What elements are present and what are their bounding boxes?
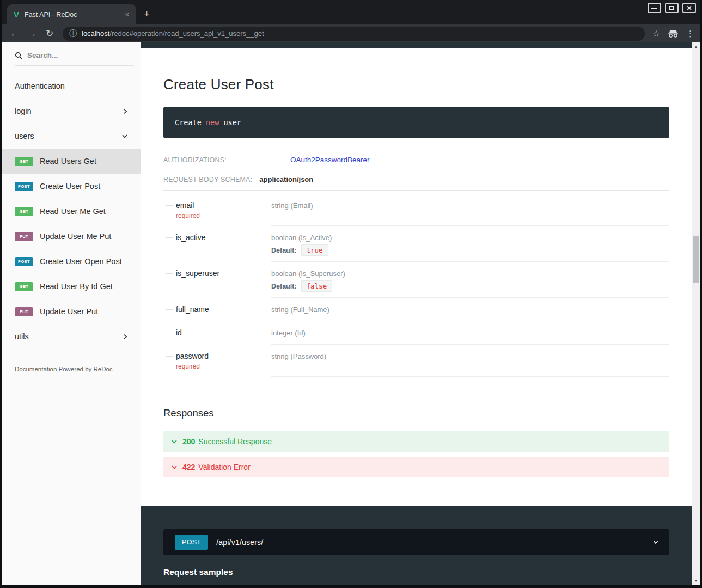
field-row-is-superuser: is_superuser boolean (Is_Superuser) Defa… <box>166 262 669 298</box>
method-badge-post: POST <box>15 257 33 266</box>
field-name: email required <box>166 194 271 226</box>
default-value-chip: false <box>301 280 333 292</box>
maximize-icon <box>669 6 674 10</box>
sidebar-item-label: Update User Put <box>40 307 98 316</box>
search-input[interactable] <box>27 51 109 59</box>
minimize-icon <box>651 8 657 9</box>
sidebar-item-label: Create User Open Post <box>40 257 122 266</box>
search-box[interactable] <box>15 51 134 66</box>
field-type: string (Email) <box>271 194 669 226</box>
search-icon <box>15 52 22 59</box>
titlebar: V Fast API - ReDoc × + ✕ <box>2 0 700 24</box>
sidebar-item-create-user-post[interactable]: POST Create User Post <box>2 174 141 199</box>
sidebar-item-read-users-get[interactable]: GET Read Users Get <box>2 149 141 174</box>
schema-fields: email required string (Email) is_active … <box>166 194 669 377</box>
sidebar-item-read-user-by-id-get[interactable]: GET Read User By Id Get <box>2 274 141 299</box>
field-type: integer (Id) <box>271 321 669 345</box>
chevron-right-icon <box>121 333 129 340</box>
http-method-badge: POST <box>175 535 208 550</box>
request-samples-heading: Request samples <box>163 567 669 577</box>
field-row-id: id integer (Id) <box>166 321 669 345</box>
response-422-row[interactable]: 422 Validation Error <box>163 457 669 477</box>
method-badge-get: GET <box>15 157 33 166</box>
chevron-down-icon <box>171 438 178 445</box>
chevron-down-icon <box>121 132 129 140</box>
sidebar-item-label: users <box>15 132 34 140</box>
field-name: is_active <box>166 226 271 262</box>
sidebar-item-label: Read User Me Get <box>40 207 106 216</box>
new-tab-button[interactable]: + <box>144 8 150 20</box>
page-scrollbar[interactable]: ▲ ▼ <box>692 42 700 585</box>
field-type: string (Password) <box>271 345 669 377</box>
minimize-button[interactable] <box>648 3 661 13</box>
sidebar-item-update-user-put[interactable]: PUT Update User Put <box>2 299 141 324</box>
bookmark-star-icon[interactable]: ☆ <box>652 28 660 39</box>
sidebar-item-update-user-me-put[interactable]: PUT Update User Me Put <box>2 224 141 249</box>
auth-scheme-link[interactable]: OAuth2PasswordBearer <box>290 156 370 164</box>
description-highlight: new <box>206 118 219 127</box>
maximize-button[interactable] <box>665 3 679 13</box>
sidebar-item-label: Read User By Id Get <box>40 282 113 291</box>
site-info-icon[interactable]: ⓘ <box>69 29 77 39</box>
field-default: Default:false <box>271 282 669 290</box>
reload-button[interactable]: ↻ <box>42 28 57 39</box>
authorizations-label: AUTHORIZATIONS: <box>163 156 290 164</box>
responses-heading: Responses <box>163 407 669 419</box>
field-default: Default:true <box>271 246 669 254</box>
authorizations-row: AUTHORIZATIONS: OAuth2PasswordBearer <box>163 156 669 164</box>
endpoint-bar[interactable]: POST /api/v1/users/ <box>163 529 669 555</box>
method-badge-get: GET <box>15 282 33 291</box>
operation-description-code: Create new user <box>163 107 669 138</box>
method-badge-post: POST <box>15 182 33 191</box>
sidebar-item-utils[interactable]: utils <box>2 324 141 349</box>
method-badge-put: PUT <box>15 307 33 316</box>
scroll-up-arrow-icon[interactable]: ▲ <box>692 42 700 51</box>
scroll-down-arrow-icon[interactable]: ▼ <box>692 577 700 585</box>
field-row-is-active: is_active boolean (Is_Active) Default:tr… <box>166 226 669 262</box>
sidebar-item-users[interactable]: users <box>2 124 141 149</box>
sidebar-item-create-user-open-post[interactable]: POST Create User Open Post <box>2 249 141 274</box>
tab-title: Fast API - ReDoc <box>25 11 123 19</box>
forward-button[interactable]: → <box>25 28 40 39</box>
page: Authentication login users GET Read User… <box>2 42 700 585</box>
browser-tab[interactable]: V Fast API - ReDoc × <box>7 4 136 24</box>
sidebar-item-read-user-me-get[interactable]: GET Read User Me Get <box>2 199 141 224</box>
response-label: Validation Error <box>198 463 250 471</box>
required-flag: required <box>176 363 271 370</box>
incognito-icon <box>668 29 679 38</box>
scrollbar-thumb[interactable] <box>693 236 699 283</box>
description-text: Create <box>175 118 206 127</box>
response-code: 422 <box>182 463 195 471</box>
favicon-icon: V <box>14 10 19 19</box>
sidebar-item-label: utils <box>15 332 29 341</box>
redoc-footer-link[interactable]: Documentation Powered by ReDoc <box>15 366 127 372</box>
field-row-full-name: full_name string (Full_Name) <box>166 298 669 321</box>
section-divider <box>163 190 669 191</box>
back-button[interactable]: ← <box>7 28 22 39</box>
chevron-right-icon <box>121 108 129 115</box>
sidebar-item-authentication[interactable]: Authentication <box>2 74 141 99</box>
request-body-row: REQUEST BODY SCHEMA: application/json <box>163 175 669 183</box>
close-button[interactable]: ✕ <box>682 3 696 13</box>
url-bar[interactable]: ⓘ localhost/redoc#operation/read_users_a… <box>63 27 645 41</box>
sidebar-item-label: login <box>15 107 32 115</box>
url-host: localhost <box>82 29 109 38</box>
request-samples-panel: POST /api/v1/users/ Request samples Payl… <box>141 506 692 585</box>
field-type: boolean (Is_Superuser) Default:false <box>271 262 669 298</box>
field-row-password: password required string (Password) <box>166 345 669 377</box>
main-content: Create User Post Create new user AUTHORI… <box>141 42 692 585</box>
page-title: Create User Post <box>163 76 669 93</box>
response-label: Successful Response <box>198 437 272 446</box>
sidebar-item-label: Authentication <box>15 82 65 90</box>
tab-close-icon[interactable]: × <box>123 10 131 19</box>
method-badge-put: PUT <box>15 232 33 241</box>
sidebar-item-login[interactable]: login <box>2 99 141 124</box>
browser-menu-icon[interactable]: ⋮ <box>686 29 694 39</box>
request-body-label: REQUEST BODY SCHEMA: <box>163 176 252 183</box>
field-name: password required <box>166 345 271 377</box>
required-flag: required <box>176 212 271 219</box>
url-path: /redoc#operation/read_users_api_v1_users… <box>109 29 264 38</box>
browser-toolbar: ← → ↻ ⓘ localhost/redoc#operation/read_u… <box>2 24 700 42</box>
response-200-row[interactable]: 200 Successful Response <box>163 431 669 452</box>
sidebar-item-label: Create User Post <box>40 182 100 191</box>
